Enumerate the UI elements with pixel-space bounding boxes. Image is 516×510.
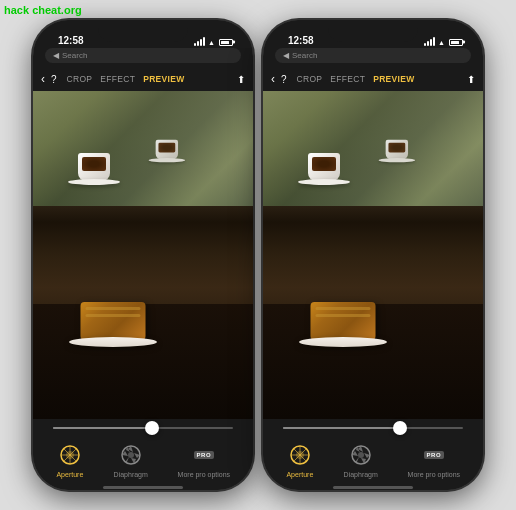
status-bar-right: 12:58 ▲ bbox=[263, 20, 483, 48]
phone-left: 12:58 ▲ bbox=[33, 20, 253, 490]
bottom-toolbar-right: Aperture bbox=[263, 437, 483, 484]
status-icons-right: ▲ bbox=[424, 38, 463, 46]
pro-badge-left: PRO bbox=[194, 451, 215, 459]
pastry-left bbox=[73, 297, 153, 347]
effect-tab-right[interactable]: EFFECT bbox=[328, 74, 367, 84]
search-text-left: Search bbox=[62, 51, 87, 60]
home-indicator-right bbox=[263, 484, 483, 490]
help-button-right[interactable]: ? bbox=[281, 74, 287, 85]
diaphragm-label-right: Diaphragm bbox=[344, 471, 378, 478]
diaphragm-svg-left bbox=[120, 444, 142, 466]
upload-button-left[interactable]: ⬆ bbox=[237, 74, 245, 85]
wifi-icon-left: ▲ bbox=[208, 39, 215, 46]
search-text-right: Search bbox=[292, 51, 317, 60]
phone-left-wrapper: 12:58 ▲ bbox=[33, 20, 253, 490]
pro-label-right: More pro options bbox=[408, 471, 461, 478]
coffee-cup-left bbox=[66, 140, 121, 185]
status-bar-left: 12:58 ▲ bbox=[33, 20, 253, 48]
coffee-cup2-right bbox=[377, 131, 416, 163]
pastry-right bbox=[303, 297, 383, 347]
aperture-button-left[interactable]: Aperture bbox=[56, 441, 84, 478]
search-bar-left[interactable]: ◀ Search bbox=[45, 48, 241, 63]
slider-thumb-right[interactable] bbox=[393, 421, 407, 435]
preview-tab-right[interactable]: PREVIEW bbox=[371, 74, 416, 84]
signal-icon-left bbox=[194, 38, 205, 46]
diaphragm-icon-right bbox=[347, 441, 375, 469]
photo-area-right bbox=[263, 91, 483, 419]
status-icons-left: ▲ bbox=[194, 38, 233, 46]
aperture-button-right[interactable]: Aperture bbox=[286, 441, 314, 478]
photo-scene-right bbox=[263, 91, 483, 419]
coffee-cup-right bbox=[296, 140, 351, 185]
aperture-label-left: Aperture bbox=[56, 471, 83, 478]
slider-area-right[interactable] bbox=[263, 419, 483, 437]
phone-right-wrapper: 12:58 ▲ bbox=[263, 20, 483, 490]
crop-tab-right[interactable]: CROP bbox=[295, 74, 325, 84]
search-bar-right[interactable]: ◀ Search bbox=[275, 48, 471, 63]
main-container: hack cheat.org 12:58 ▲ bbox=[0, 0, 516, 510]
toolbar-right: ‹ ? CROP EFFECT PREVIEW ⬆ bbox=[263, 67, 483, 91]
bottom-toolbar-left: Aperture bbox=[33, 437, 253, 484]
search-back-right: ◀ bbox=[283, 51, 289, 60]
phone-left-screen: 12:58 ▲ bbox=[33, 20, 253, 490]
back-button-left[interactable]: ‹ bbox=[41, 72, 45, 86]
photo-area-left bbox=[33, 91, 253, 419]
status-time-right: 12:58 bbox=[283, 35, 314, 46]
slider-track-left[interactable] bbox=[53, 427, 233, 429]
pro-badge-right: PRO bbox=[424, 451, 445, 459]
help-button-left[interactable]: ? bbox=[51, 74, 57, 85]
pro-button-right[interactable]: PRO More pro options bbox=[408, 441, 461, 478]
aperture-svg-right bbox=[289, 444, 311, 466]
aperture-label-right: Aperture bbox=[286, 471, 313, 478]
diaphragm-label-left: Diaphragm bbox=[114, 471, 148, 478]
slider-fill-left bbox=[53, 427, 152, 429]
pro-button-left[interactable]: PRO More pro options bbox=[178, 441, 231, 478]
aperture-icon-right bbox=[286, 441, 314, 469]
battery-icon-right bbox=[449, 39, 463, 46]
upload-button-right[interactable]: ⬆ bbox=[467, 74, 475, 85]
home-indicator-left bbox=[33, 484, 253, 490]
pro-icon-right: PRO bbox=[420, 441, 448, 469]
preview-tab-left[interactable]: PREVIEW bbox=[141, 74, 186, 84]
signal-icon-right bbox=[424, 38, 435, 46]
slider-area-left[interactable] bbox=[33, 419, 253, 437]
pro-icon-left: PRO bbox=[190, 441, 218, 469]
diaphragm-button-left[interactable]: Diaphragm bbox=[114, 441, 148, 478]
aperture-svg-left bbox=[59, 444, 81, 466]
coffee-cup2-left bbox=[147, 131, 186, 163]
slider-fill-right bbox=[283, 427, 400, 429]
diaphragm-svg-right bbox=[350, 444, 372, 466]
status-time-left: 12:58 bbox=[53, 35, 84, 46]
svg-point-15 bbox=[358, 452, 364, 458]
toolbar-left: ‹ ? CROP EFFECT PREVIEW ⬆ bbox=[33, 67, 253, 91]
home-bar-right bbox=[333, 486, 413, 489]
diaphragm-button-right[interactable]: Diaphragm bbox=[344, 441, 378, 478]
diaphragm-icon-left bbox=[117, 441, 145, 469]
aperture-icon-left bbox=[56, 441, 84, 469]
svg-point-7 bbox=[128, 452, 134, 458]
home-bar-left bbox=[103, 486, 183, 489]
photo-scene-left bbox=[33, 91, 253, 419]
phone-right: 12:58 ▲ bbox=[263, 20, 483, 490]
watermark: hack cheat.org bbox=[4, 4, 82, 16]
slider-thumb-left[interactable] bbox=[145, 421, 159, 435]
wifi-icon-right: ▲ bbox=[438, 39, 445, 46]
effect-tab-left[interactable]: EFFECT bbox=[98, 74, 137, 84]
crop-tab-left[interactable]: CROP bbox=[65, 74, 95, 84]
search-back-left: ◀ bbox=[53, 51, 59, 60]
phone-right-screen: 12:58 ▲ bbox=[263, 20, 483, 490]
battery-icon-left bbox=[219, 39, 233, 46]
back-button-right[interactable]: ‹ bbox=[271, 72, 275, 86]
slider-track-right[interactable] bbox=[283, 427, 463, 429]
pro-label-left: More pro options bbox=[178, 471, 231, 478]
